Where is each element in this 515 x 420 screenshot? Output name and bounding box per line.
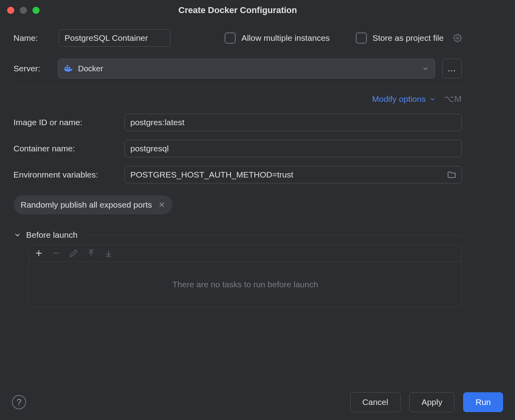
- chevron-down-icon: [429, 95, 436, 103]
- store-project-label: Store as project file: [372, 33, 444, 43]
- chevron-down-icon: [13, 231, 21, 239]
- before-launch-header[interactable]: Before launch: [13, 230, 462, 240]
- divider: [82, 235, 462, 235]
- container-name-label: Container name:: [13, 144, 116, 153]
- name-input[interactable]: [59, 29, 170, 47]
- image-input[interactable]: [130, 118, 456, 127]
- svg-rect-3: [69, 67, 70, 69]
- maximize-window-button[interactable]: [32, 7, 40, 14]
- task-empty-text: There are no tasks to run before launch: [29, 262, 462, 307]
- server-select[interactable]: Docker: [58, 59, 435, 78]
- svg-rect-1: [65, 67, 66, 69]
- publish-ports-chip[interactable]: Randomly publish all exposed ports ✕: [13, 195, 172, 214]
- minimize-window-button[interactable]: [20, 7, 27, 14]
- chip-label: Randomly publish all exposed ports: [21, 200, 152, 210]
- image-input-wrapper: [124, 114, 462, 131]
- store-project-checkbox[interactable]: [356, 32, 367, 44]
- add-task-icon[interactable]: [34, 249, 43, 258]
- env-input-wrapper: [124, 166, 462, 183]
- server-value: Docker: [78, 64, 103, 73]
- env-input[interactable]: [130, 170, 456, 179]
- gear-icon[interactable]: [453, 34, 462, 42]
- name-label: Name:: [13, 33, 49, 43]
- move-down-icon[interactable]: [104, 249, 113, 258]
- before-launch-label: Before launch: [26, 230, 78, 240]
- svg-rect-2: [67, 67, 68, 69]
- env-label: Environment variables:: [13, 170, 116, 179]
- container-name-input[interactable]: [130, 144, 456, 153]
- modify-options-link[interactable]: Modify options: [372, 94, 436, 104]
- task-list: There are no tasks to run before launch: [29, 262, 462, 307]
- divider: [13, 86, 462, 87]
- move-up-icon[interactable]: [87, 249, 95, 258]
- edit-task-icon[interactable]: [69, 249, 78, 258]
- modify-options-shortcut: ⌥M: [444, 94, 462, 104]
- modify-options-label: Modify options: [372, 94, 425, 104]
- server-label: Server:: [13, 64, 51, 73]
- container-name-input-wrapper: [124, 140, 462, 157]
- image-label: Image ID or name:: [13, 118, 116, 127]
- task-toolbar: [29, 244, 462, 262]
- dialog-footer: ? Cancel Apply Run: [0, 384, 475, 388]
- titlebar: Create Docker Configuration: [0, 0, 475, 21]
- remove-task-icon[interactable]: [52, 249, 61, 258]
- allow-multiple-label: Allow multiple instances: [241, 33, 330, 43]
- window-controls: [7, 7, 40, 14]
- chip-remove-icon[interactable]: ✕: [158, 200, 165, 210]
- folder-icon[interactable]: [447, 171, 456, 178]
- chevron-down-icon: [422, 65, 429, 72]
- svg-point-0: [456, 37, 459, 39]
- server-browse-button[interactable]: …: [442, 59, 462, 78]
- svg-rect-4: [67, 65, 68, 67]
- allow-multiple-checkbox[interactable]: [225, 32, 236, 44]
- docker-icon: [64, 65, 74, 73]
- close-window-button[interactable]: [7, 7, 14, 14]
- dialog-title: Create Docker Configuration: [0, 5, 475, 15]
